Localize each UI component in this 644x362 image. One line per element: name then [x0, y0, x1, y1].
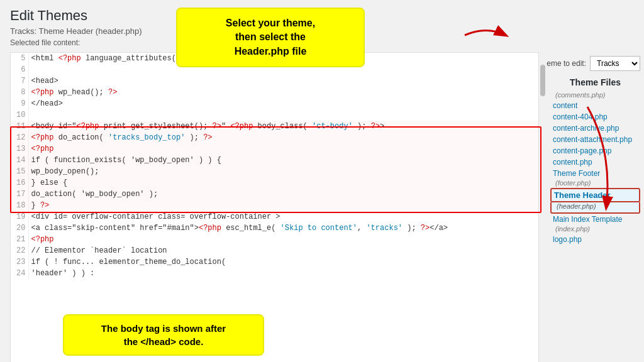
code-line: </head>	[28, 98, 538, 109]
line-number: 9	[11, 98, 28, 109]
code-line: <?php do_action( 'tracks_body_top' ); ?>	[28, 132, 538, 143]
line-number: 17	[11, 189, 28, 200]
code-line: if ( ! func... elementor_theme_do_locati…	[28, 256, 538, 268]
code-table: 5<html <?php language_attributes(); ?>><…	[11, 53, 538, 279]
line-number: 13	[11, 143, 28, 155]
theme-file-item: (index.php)	[550, 225, 640, 234]
line-number: 20	[11, 222, 28, 234]
callout-top-text: Select your theme, then select the Heade…	[226, 18, 315, 57]
code-line: wp_body_open();	[28, 166, 538, 177]
line-number: 15	[11, 166, 28, 177]
scrollbar-thumb[interactable]	[540, 65, 545, 96]
code-line	[28, 109, 538, 121]
line-number: 16	[11, 177, 28, 189]
line-number: 14	[11, 155, 28, 166]
line-number: 22	[11, 245, 28, 256]
code-line: } else {	[28, 177, 538, 189]
line-number: 11	[11, 121, 28, 132]
code-line: <?php	[28, 143, 538, 155]
theme-select-label: Select theme to edit:	[547, 59, 586, 68]
line-number: 19	[11, 211, 28, 222]
line-number: 5	[11, 53, 28, 64]
code-line: <a class="skip-content" href="#main"><?p…	[28, 222, 538, 234]
code-line: do_action( 'wp_body_open' );	[28, 189, 538, 200]
theme-select-row: Select theme to edit: Tracks	[550, 52, 640, 75]
code-line: <head>	[28, 75, 538, 87]
line-number: 24	[11, 268, 28, 279]
code-line: // Elementor `header` location	[28, 245, 538, 256]
theme-file-item[interactable]: logo.php	[550, 234, 640, 245]
code-line: 'header' ) ) :	[28, 268, 538, 279]
line-number: 18	[11, 200, 28, 211]
theme-files-title: Theme Files	[550, 77, 640, 87]
code-line: <?php wp_head(); ?>	[28, 87, 538, 98]
line-number: 7	[11, 75, 28, 87]
line-number: 8	[11, 87, 28, 98]
line-number: 6	[11, 64, 28, 75]
line-number: 10	[11, 109, 28, 121]
callout-bottom: The body tag is shown after the </head> …	[63, 314, 264, 356]
code-line: } ?>	[28, 200, 538, 211]
callout-bottom-text: The body tag is shown after the </head> …	[101, 323, 226, 347]
line-number: 12	[11, 132, 28, 143]
line-number: 23	[11, 256, 28, 268]
code-line: <?php	[28, 234, 538, 245]
code-line: <div id= overflow-container class= overf…	[28, 211, 538, 222]
callout-top: Select your theme, then select the Heade…	[176, 8, 365, 67]
line-number: 21	[11, 234, 28, 245]
code-line: if ( function_exists( 'wp_body_open' ) )…	[28, 155, 538, 166]
arrow-to-dropdown	[462, 23, 512, 48]
page-wrapper: Edit Themes Tracks: Theme Header (header…	[0, 0, 644, 362]
theme-select-dropdown[interactable]: Tracks	[590, 56, 640, 71]
theme-file-item: (comments.php)	[550, 91, 640, 100]
scrollbar-track[interactable]	[539, 52, 547, 362]
arrow-to-header-file	[569, 101, 625, 226]
code-line: <body id="<?php print get_stylesheet(); …	[28, 121, 538, 132]
